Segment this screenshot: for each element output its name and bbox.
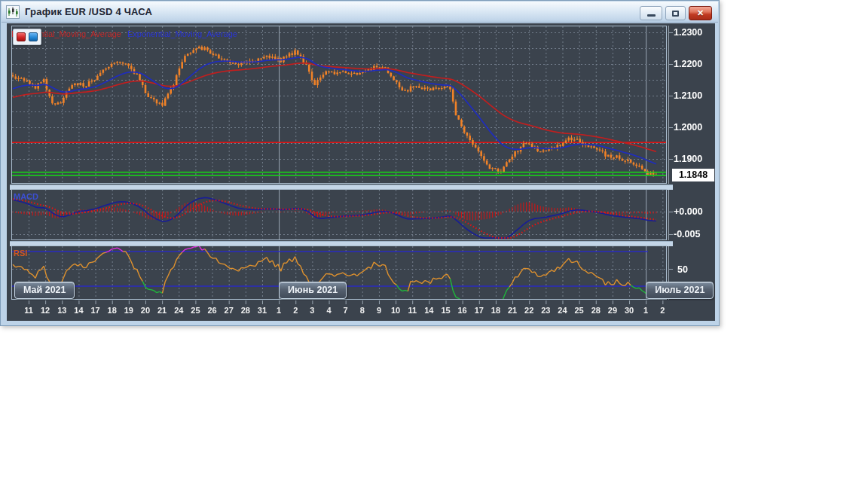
chart-window: График EUR /USD 4 ЧАСА ✕ Exponential_Mov…	[0, 0, 720, 326]
chart-canvas[interactable]	[1, 1, 720, 327]
month-button[interactable]: Июль 2021	[646, 282, 714, 299]
price-axis-label: 1.2200	[674, 59, 702, 69]
panel-gap-1	[10, 185, 673, 190]
red-swatch-button[interactable]	[17, 32, 26, 41]
macd-axis-upper: +0.000	[674, 206, 703, 217]
price-axis-label: 1.2100	[674, 90, 702, 101]
chart-client-area: Exponential_Moving_Average Exponential_M…	[7, 23, 715, 321]
indicator-color-box	[13, 29, 41, 45]
indicator-legend: Exponential_Moving_Average Exponential_M…	[11, 29, 237, 38]
macd-axis-lower: -0.005	[674, 229, 700, 239]
date-label: 2	[653, 306, 672, 315]
legend-ema-blue: Exponential_Moving_Average	[127, 29, 237, 38]
price-axis-label: 1.2300	[674, 27, 702, 38]
current-price-tag: 1.1848	[672, 169, 714, 181]
panel-gap-2	[10, 241, 673, 246]
desktop: График EUR /USD 4 ЧАСА ✕ Exponential_Mov…	[0, 0, 868, 488]
blue-swatch-button[interactable]	[29, 32, 38, 41]
date-axis: 1112131417181920212425262728311234789101…	[7, 306, 685, 318]
rsi-axis-50: 50	[677, 264, 688, 275]
month-button[interactable]: Июнь 2021	[279, 282, 347, 299]
rsi-label: RSI	[14, 249, 27, 258]
price-axis-label: 1.2000	[674, 122, 702, 133]
month-button[interactable]: Май 2021	[14, 282, 75, 299]
price-axis-label: 1.1900	[674, 154, 702, 164]
macd-label: MACD	[14, 192, 38, 201]
